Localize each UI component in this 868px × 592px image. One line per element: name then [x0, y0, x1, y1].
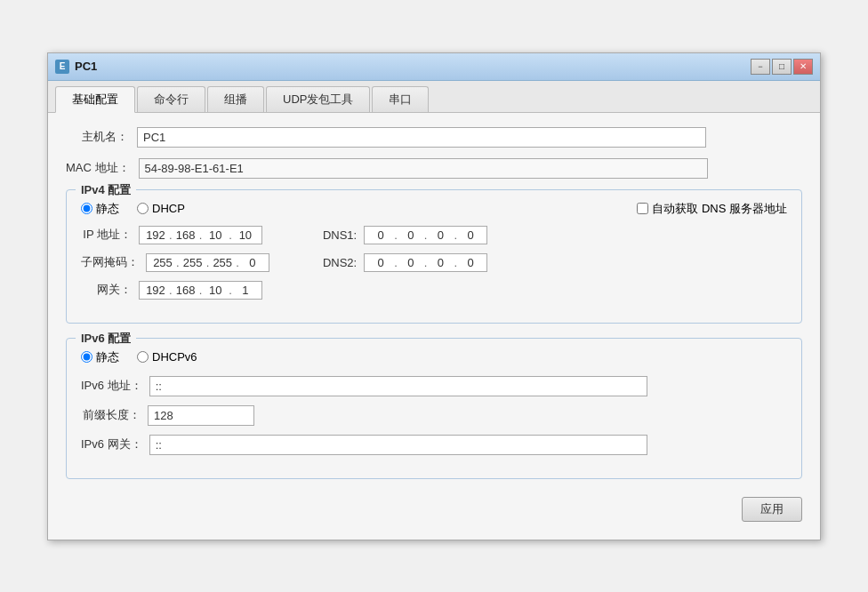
mac-row: MAC 地址： [66, 158, 802, 179]
ipv6-static-radio[interactable]: 静态 [81, 349, 119, 365]
tab-basic-config[interactable]: 基础配置 [55, 86, 135, 113]
dns-auto-checkbox-row: 自动获取 DNS 服务器地址 [637, 201, 787, 217]
dns2-seg-3[interactable] [428, 256, 453, 269]
ipv4-static-radio-input[interactable] [81, 203, 92, 214]
ipv6-gateway-label: IPv6 网关： [81, 436, 149, 452]
ipv6-address-label: IPv6 地址： [81, 378, 149, 394]
ipv6-legend: IPv6 配置 [76, 331, 136, 347]
tab-udp-tool[interactable]: UDP发包工具 [266, 86, 370, 112]
subnet-label: 子网掩码： [81, 254, 146, 270]
hostname-row: 主机名： [66, 127, 802, 148]
title-bar-left: E PC1 [55, 60, 97, 74]
dns1-row: DNS1: . . . [323, 226, 487, 244]
ipv6-section: IPv6 配置 静态 DHCPv6 IPv6 地址： 前缀长度： [66, 338, 802, 479]
close-button[interactable]: ✕ [793, 59, 813, 75]
gw-seg-2[interactable] [173, 284, 198, 297]
ipv4-static-radio[interactable]: 静态 [81, 201, 119, 217]
tab-command-line[interactable]: 命令行 [137, 86, 205, 112]
gw-seg-1[interactable] [143, 284, 168, 297]
dns1-seg-1[interactable] [368, 228, 393, 242]
dns1-seg-4[interactable] [458, 228, 483, 242]
main-window: E PC1 － □ ✕ 基础配置 命令行 组播 UDP发包工具 串口 主机名： … [47, 52, 821, 540]
content-area: 主机名： MAC 地址： IPv4 配置 静态 DHCP [48, 113, 820, 540]
button-bar: 应用 [66, 493, 802, 525]
subnet-field: . . . [146, 253, 269, 272]
ipv4-legend: IPv4 配置 [76, 182, 136, 198]
ipv6-address-input[interactable] [149, 376, 647, 396]
dns2-seg-2[interactable] [398, 256, 423, 269]
apply-button[interactable]: 应用 [742, 497, 802, 522]
ip-seg-2[interactable] [173, 228, 198, 242]
ipv6-static-radio-input[interactable] [81, 351, 92, 363]
gw-seg-3[interactable] [203, 284, 228, 297]
app-icon: E [55, 60, 69, 74]
tab-multicast[interactable]: 组播 [207, 86, 264, 112]
dns-auto-label: 自动获取 DNS 服务器地址 [652, 201, 787, 217]
dns1-seg-3[interactable] [428, 228, 453, 242]
mac-label: MAC 地址： [66, 160, 139, 176]
ipv6-dhcpv6-radio[interactable]: DHCPv6 [137, 350, 197, 364]
ip-seg-1[interactable] [143, 228, 168, 242]
ipv6-radio-row: 静态 DHCPv6 [81, 349, 787, 365]
gateway-row: 网关： . . . [81, 281, 269, 300]
dns2-field: . . . [364, 253, 487, 272]
hostname-label: 主机名： [66, 129, 137, 145]
dns1-field: . . . [364, 226, 487, 244]
restore-button[interactable]: □ [772, 59, 792, 75]
ip-seg-3[interactable] [203, 228, 228, 242]
ip-label: IP 地址： [81, 227, 139, 243]
minimize-button[interactable]: － [751, 59, 770, 75]
subnet-seg-3[interactable] [210, 256, 235, 269]
ipv4-radio-row: 静态 DHCP [81, 201, 185, 217]
hostname-input[interactable] [137, 127, 706, 148]
subnet-row: 子网掩码： . . . [81, 253, 269, 272]
ipv6-address-row: IPv6 地址： [81, 376, 787, 396]
ipv4-fields: IP 地址： . . . 子网掩码： [81, 226, 787, 308]
title-bar-controls: － □ ✕ [751, 59, 813, 75]
ipv6-dhcpv6-radio-input[interactable] [137, 351, 149, 363]
subnet-seg-1[interactable] [150, 256, 175, 269]
ipv6-prefix-input[interactable] [148, 405, 254, 426]
tab-serial[interactable]: 串口 [372, 86, 429, 112]
gateway-field: . . . [139, 281, 262, 300]
ip-seg-4[interactable] [233, 228, 258, 242]
dns1-label: DNS1: [323, 228, 364, 242]
title-bar: E PC1 － □ ✕ [48, 53, 820, 81]
dns-auto-checkbox[interactable] [637, 203, 648, 214]
ipv6-gateway-row: IPv6 网关： [81, 435, 787, 455]
mac-input[interactable] [139, 158, 708, 179]
gw-seg-4[interactable] [233, 284, 258, 297]
ipv6-prefix-row: 前缀长度： [81, 405, 787, 426]
tabs-bar: 基础配置 命令行 组播 UDP发包工具 串口 [48, 81, 820, 113]
dns2-row: DNS2: . . . [323, 253, 487, 272]
ipv4-dhcp-radio-input[interactable] [137, 203, 149, 214]
dns2-label: DNS2: [323, 256, 364, 269]
ipv4-section: IPv4 配置 静态 DHCP 自动获取 DNS 服务器地址 [66, 189, 802, 324]
subnet-seg-2[interactable] [181, 256, 205, 269]
ipv6-gateway-input[interactable] [149, 435, 647, 455]
ipv6-prefix-label: 前缀长度： [81, 407, 148, 423]
dns1-seg-2[interactable] [398, 228, 423, 242]
ip-address-row: IP 地址： . . . [81, 226, 269, 244]
window-title: PC1 [75, 60, 97, 73]
gateway-label: 网关： [81, 282, 139, 298]
ipv4-right-col: DNS1: . . . DNS2: [323, 226, 487, 308]
ipv4-dhcp-radio[interactable]: DHCP [137, 202, 185, 215]
ipv4-left-col: IP 地址： . . . 子网掩码： [81, 226, 269, 308]
ip-address-field: . . . [139, 226, 262, 244]
dns2-seg-4[interactable] [458, 256, 483, 269]
dns2-seg-1[interactable] [368, 256, 393, 269]
subnet-seg-4[interactable] [240, 256, 265, 269]
